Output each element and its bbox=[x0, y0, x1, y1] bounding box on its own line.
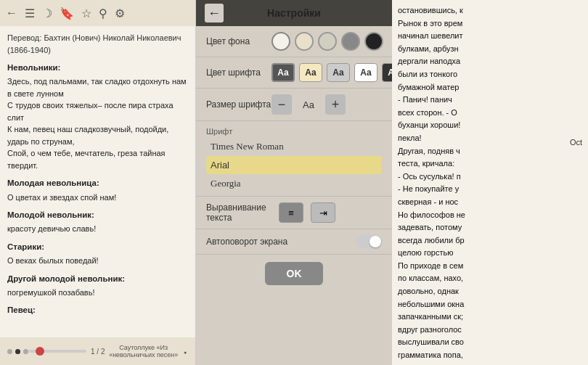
font-color-dark[interactable]: Aa bbox=[271, 63, 295, 82]
font-size-label: Размер шрифта bbox=[206, 99, 271, 110]
dot-3 bbox=[23, 349, 28, 354]
progress-thumb bbox=[36, 347, 44, 356]
autorotate-row: Автоповорот экрана bbox=[196, 229, 392, 255]
section-lines-1: Здесь, под пальмами, так сладко отдохнут… bbox=[7, 75, 188, 171]
settings-title: Настройки bbox=[267, 7, 321, 19]
section-title-3: Молодой невольник: bbox=[7, 209, 188, 221]
section-nevol: Невольники: Здесь, под пальмами, так сла… bbox=[7, 62, 188, 171]
font-size-value: Aa bbox=[298, 99, 319, 110]
align-right[interactable]: ⇥ bbox=[311, 202, 335, 223]
bg-color-row: Цвет фона bbox=[196, 26, 392, 57]
book-title: Саутоллуке «Из «невольничьих песен» bbox=[105, 344, 182, 358]
section-lines-4: О веках былых поведай! bbox=[7, 255, 188, 267]
star-icon[interactable]: ☆ bbox=[81, 7, 91, 20]
font-list-row: Шрифт Times New Roman Arial Georgia bbox=[196, 121, 392, 197]
back-icon[interactable]: ← bbox=[6, 7, 17, 20]
right-panel: остановившись, к Рынок в это врем начина… bbox=[392, 0, 588, 365]
section-title-2: Молодая невольница: bbox=[7, 177, 188, 189]
bg-color-2[interactable] bbox=[295, 32, 314, 51]
font-color-white[interactable]: Aa bbox=[354, 63, 377, 82]
font-color-row: Цвет шрифта Aa Aa Aa Aa Aa bbox=[196, 57, 392, 89]
font-color-label: Цвет шрифта bbox=[206, 67, 271, 78]
settings-body: Цвет фона Цвет шрифта Aa Aa Aa Aa Aa bbox=[196, 26, 392, 365]
ok-button[interactable]: OK bbox=[265, 262, 323, 285]
font-color-light[interactable]: Aa bbox=[299, 63, 322, 82]
bg-color-options bbox=[271, 32, 383, 51]
font-list-header: Шрифт bbox=[206, 124, 382, 137]
align-label: Выравнивание текста bbox=[206, 202, 271, 223]
autorotate-label: Автоповорот экрана bbox=[206, 237, 287, 247]
search-icon[interactable]: ⚲ bbox=[99, 7, 107, 20]
font-color-black[interactable]: Aa bbox=[382, 63, 392, 82]
bg-color-1[interactable] bbox=[271, 32, 290, 51]
right-text: остановившись, к Рынок в это врем начина… bbox=[398, 4, 582, 365]
section-other-male: Другой молодой невольник: погремушкой по… bbox=[7, 273, 188, 299]
page-number: 1 / 2 bbox=[91, 348, 105, 356]
font-arial[interactable]: Arial bbox=[206, 156, 382, 174]
dot-2 bbox=[15, 349, 20, 354]
translator-text: Перевод: Бахтин (Нович) Николай Николаев… bbox=[7, 32, 188, 56]
menu-icon[interactable]: ☰ bbox=[25, 7, 35, 20]
section-title-6: Певец: bbox=[7, 304, 188, 316]
section-lines-3: красоту девичью славь! bbox=[7, 223, 188, 235]
bg-color-3[interactable] bbox=[318, 32, 337, 51]
moon-icon[interactable]: ☽ bbox=[42, 7, 52, 20]
bookmark-icon[interactable]: 🔖 bbox=[60, 7, 74, 20]
left-content: Перевод: Бахтин (Нович) Николай Николаев… bbox=[0, 26, 195, 337]
section-title-5: Другой молодой невольник: bbox=[7, 273, 188, 285]
progress-slider[interactable] bbox=[28, 350, 86, 353]
font-size-row: Размер шрифта − Aa + bbox=[196, 89, 392, 121]
date-label: Oct bbox=[570, 136, 582, 149]
settings-header: ← Настройки bbox=[196, 0, 392, 26]
font-times[interactable]: Times New Roman bbox=[206, 137, 382, 156]
section-lines-2: О цветах и звездах спой нам! bbox=[7, 192, 188, 204]
section-elders: Старики: О веках былых поведай! bbox=[7, 241, 188, 267]
font-size-decrease[interactable]: − bbox=[271, 94, 292, 115]
dot-1 bbox=[7, 349, 12, 354]
section-lines-5: погремушкой позабавь! bbox=[7, 287, 188, 299]
section-title-1: Невольники: bbox=[7, 62, 188, 74]
font-georgia[interactable]: Georgia bbox=[206, 174, 382, 193]
font-size-controls: − Aa + bbox=[271, 94, 346, 115]
bg-color-5[interactable] bbox=[364, 32, 383, 51]
section-young-female: Молодая невольница: О цветах и звездах с… bbox=[7, 177, 188, 203]
settings-panel: ← Настройки Цвет фона Цвет шрифта Aa bbox=[196, 0, 392, 365]
section-young-male: Молодой невольник: красоту девичью славь… bbox=[7, 209, 188, 235]
font-color-options: Aa Aa Aa Aa Aa bbox=[271, 63, 392, 82]
autorotate-toggle[interactable] bbox=[356, 235, 382, 248]
middle-panel: ← Настройки Цвет фона Цвет шрифта Aa bbox=[196, 0, 392, 365]
settings-icon[interactable]: ⚙ bbox=[115, 7, 125, 20]
bg-color-4[interactable] bbox=[341, 32, 360, 51]
font-color-gray[interactable]: Aa bbox=[327, 63, 350, 82]
toggle-knob bbox=[369, 236, 381, 247]
section-singer: Певец: bbox=[7, 304, 188, 316]
settings-back-button[interactable]: ← bbox=[205, 4, 224, 22]
page-dots bbox=[7, 349, 28, 354]
section-title-4: Старики: bbox=[7, 241, 188, 253]
align-justify[interactable]: ≡ bbox=[279, 202, 303, 223]
left-toolbar: ← ☰ ☽ 🔖 ☆ ⚲ ⚙ bbox=[0, 0, 195, 26]
left-panel: ← ☰ ☽ 🔖 ☆ ⚲ ⚙ Перевод: Бахтин (Нович) Ни… bbox=[0, 0, 196, 365]
font-size-increase[interactable]: + bbox=[325, 94, 346, 115]
left-footer: 1 / 2 Саутоллуке «Из «невольничьих песен… bbox=[0, 337, 195, 365]
share-icon[interactable]: ⬩ bbox=[182, 345, 188, 357]
bg-color-label: Цвет фона bbox=[206, 36, 271, 46]
align-row: Выравнивание текста ≡ ⇥ bbox=[196, 197, 392, 229]
